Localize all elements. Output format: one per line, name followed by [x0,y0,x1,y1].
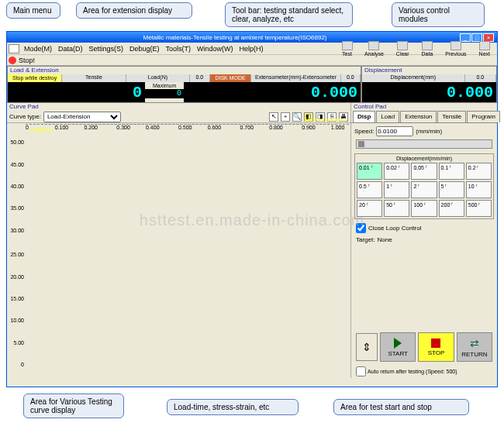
menu-mode[interactable]: Mode(M) [21,45,55,53]
callout-curvearea: Area for Various Testing curve display [23,394,124,418]
preset-0.05[interactable]: 0.05 ᶠ [411,163,437,180]
menu-data[interactable]: Data(D) [55,45,86,53]
callout-startstop: Area for test start and stop [333,399,469,415]
tab-load[interactable]: Load [376,111,399,122]
toolbar-data[interactable]: Data [416,41,439,57]
start-button[interactable]: START [380,332,416,362]
menu-help[interactable]: Help(H) [236,45,267,53]
preset-10[interactable]: 10 ᶠ [466,181,492,198]
return-button[interactable]: ⇄RETURN [457,332,492,362]
preset-0.5[interactable]: 0.5 ᶠ [357,181,382,198]
app-window: Metallic materials-Tensile testing at am… [6,31,498,387]
jog-button[interactable]: ⇕ [356,333,378,361]
preset-5[interactable]: 5 ᶠ [439,181,464,198]
preset-20[interactable]: 20 ᶠ [357,200,382,217]
stop-label[interactable]: Stop! [19,57,35,64]
preset-50[interactable]: 50 ᶠ [384,200,409,217]
maximum-readout: 0 [145,89,184,98]
curve-pad: Curve Pad Curve type: Load-Extension ↖ +… [7,103,351,378]
close-loop-checkbox[interactable] [356,223,366,233]
speed-row: Speed: (mm/min) [351,123,497,139]
load-readout: 0 [8,82,145,102]
disk-mode-badge: DISK MODE [210,74,252,82]
tab-program[interactable]: Program [467,111,500,122]
speed-slider[interactable] [356,139,492,149]
tab-tensile[interactable]: Tensile [437,111,466,122]
x-axis: 00.1000.200 0.3000.4000.500 0.6000.7000.… [26,125,350,136]
crosshair-icon[interactable]: + [281,112,290,122]
preset-500[interactable]: 500 ᶠ [466,200,492,217]
callout-mainmenu: Main menu [6,2,60,19]
callout-modules: Various control modules [392,2,485,27]
displacement-panel: Displacement Displacement(mm) 0.0 0.000 [361,66,497,103]
zoom-icon[interactable]: 🔍 [292,112,302,122]
curve-toolbar: Curve type: Load-Extension ↖ + 🔍 ◧ ◨ ⎘ 🖶 [7,111,350,123]
preset-2[interactable]: 2 ᶠ [411,181,437,198]
stopbar: Stop! [7,55,497,66]
menubar: Mode(M) Data(D) Settings(S) Debug(E) Too… [7,43,497,55]
action-buttons: ⇕ START STOP ⇄RETURN [351,325,497,365]
toolbar-clear[interactable]: Clear [391,41,415,57]
pointer-icon[interactable]: ↖ [269,112,278,122]
menu-window[interactable]: Window(W) [194,45,236,53]
tab-extension[interactable]: Extension [400,111,437,122]
menu-tools[interactable]: Tools(T) [163,45,195,53]
stop-icon[interactable] [9,57,16,64]
toolbar-next[interactable]: Next [474,41,495,57]
displacement-readout: 0.000 [362,82,496,102]
menu-debug[interactable]: Debug(E) [126,45,163,53]
app-icon [9,44,19,53]
menu-settings[interactable]: Settings(S) [86,45,127,53]
control-pad: Control Pad Disp Load Extension Tensile … [351,103,497,378]
extension-readout: 0.000 [184,82,361,102]
callout-toolbar: Tool bar: testing standard select, clear… [225,2,353,27]
speed-presets: Displacement(mm/min) 0.01 ᶠ0.02 ᶠ0.05 ᶠ0… [354,153,494,219]
callout-extdisplay: Area for extension display [76,2,192,19]
target-value: None [377,236,392,243]
preset-0.1[interactable]: 0.1 ᶠ [439,163,464,180]
auto-return-checkbox[interactable] [356,366,366,376]
toolbar-analyze[interactable]: Analyse [359,41,389,57]
preset-200[interactable]: 200 ᶠ [439,200,464,217]
stop-while-destroy[interactable]: Stop while destroy [8,74,62,82]
toolbar-test[interactable]: Test [337,41,357,57]
y-axis: 05.0010.00 15.0020.0025.00 30.0035.0040.… [9,123,26,367]
load-extension-panel: Load & Extension Stop while destroy Tens… [7,66,361,103]
window-title: Metallic materials-Tensile testing at am… [10,34,460,41]
stop-button[interactable]: STOP [418,332,454,362]
tab-disp[interactable]: Disp [353,111,375,122]
preset-100[interactable]: 100 ᶠ [411,200,437,217]
preset-0.02[interactable]: 0.02 ᶠ [384,163,409,180]
preset-0.01[interactable]: 0.01 ᶠ [357,163,382,180]
toolbar-previous[interactable]: Previous [440,41,471,57]
readout-panels: Load & Extension Stop while destroy Tens… [7,66,497,103]
speed-input[interactable] [376,126,413,136]
curve-control-area: Curve Pad Curve type: Load-Extension ↖ +… [7,103,497,378]
curve-type-select[interactable]: Load-Extension [43,112,121,122]
control-tabs: Disp Load Extension Tensile Program [351,111,497,123]
callout-loadtime: Load-time, stress-strain, etc [167,399,299,415]
preset-0.2[interactable]: 0.2 ᶠ [466,163,492,180]
preset-1[interactable]: 1 ᶠ [384,181,409,198]
